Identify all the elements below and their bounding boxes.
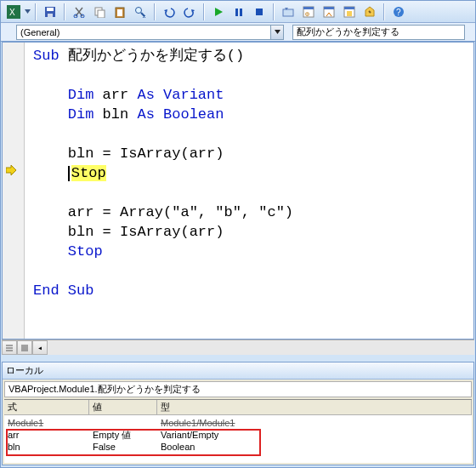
full-module-view-button[interactable] bbox=[17, 340, 32, 355]
dropdown-icon[interactable] bbox=[25, 9, 31, 14]
svg-rect-10 bbox=[117, 9, 122, 16]
scrollbar-horizontal[interactable] bbox=[48, 340, 474, 355]
svg-rect-21 bbox=[324, 7, 334, 9]
svg-text:⚙: ⚙ bbox=[305, 10, 309, 18]
locals-context: VBAProject.Module1.配列かどうかを判定する bbox=[4, 381, 472, 397]
properties-button[interactable] bbox=[320, 3, 338, 21]
code-dropdown-bar: (General) 配列かどうかを判定する bbox=[1, 23, 475, 42]
locals-table-header: 式 値 型 bbox=[4, 400, 472, 415]
svg-rect-3 bbox=[47, 8, 54, 11]
header-expr: 式 bbox=[4, 400, 89, 414]
execution-arrow-icon bbox=[6, 165, 16, 175]
svg-rect-8 bbox=[98, 10, 105, 18]
undo-button[interactable] bbox=[160, 3, 178, 21]
header-val: 値 bbox=[89, 400, 157, 414]
break-button[interactable] bbox=[230, 3, 248, 21]
svg-rect-4 bbox=[48, 14, 53, 17]
find-button[interactable] bbox=[131, 3, 150, 21]
locals-title: ローカル bbox=[3, 362, 473, 380]
code-gutter[interactable] bbox=[3, 43, 25, 339]
code-editor[interactable]: Sub 配列かどうかを判定する() Dim arr As Variant Dim… bbox=[25, 43, 473, 339]
project-explorer-button[interactable]: ⚙ bbox=[299, 3, 318, 21]
locals-table: 式 値 型 Module1 Module1/Module1 arr Empty … bbox=[4, 399, 472, 463]
locals-row[interactable]: arr Empty 値 Variant/Empty bbox=[4, 429, 472, 441]
svg-rect-24 bbox=[347, 11, 352, 16]
header-type: 型 bbox=[157, 400, 472, 414]
switch-to-excel-button[interactable]: X bbox=[4, 3, 23, 21]
save-button[interactable] bbox=[41, 3, 60, 21]
code-pane: Sub 配列かどうかを判定する() Dim arr As Variant Dim… bbox=[2, 42, 474, 340]
copy-button[interactable] bbox=[90, 3, 109, 21]
chevron-down-icon bbox=[270, 26, 283, 39]
reset-button[interactable] bbox=[250, 3, 269, 21]
svg-rect-23 bbox=[344, 7, 354, 9]
locals-row[interactable]: Module1 Module1/Module1 bbox=[4, 417, 472, 429]
svg-text:X: X bbox=[9, 8, 15, 17]
svg-line-25 bbox=[369, 11, 371, 13]
object-dropdown-label: (General) bbox=[17, 27, 270, 37]
procedure-dropdown[interactable]: 配列かどうかを判定する bbox=[292, 25, 465, 40]
toolbar: X ⚙ ? bbox=[1, 1, 475, 23]
locals-row[interactable]: bln False Boolean bbox=[4, 441, 472, 453]
object-browser-button[interactable] bbox=[340, 3, 359, 21]
help-button[interactable]: ? bbox=[389, 3, 408, 21]
design-mode-button[interactable] bbox=[279, 3, 298, 21]
redo-button[interactable] bbox=[180, 3, 199, 21]
paste-button[interactable] bbox=[110, 3, 129, 21]
svg-point-11 bbox=[136, 7, 142, 13]
svg-rect-16 bbox=[283, 9, 293, 16]
cut-button[interactable] bbox=[70, 3, 88, 21]
object-dropdown[interactable]: (General) bbox=[16, 25, 284, 40]
code-view-strip: ◂ bbox=[2, 340, 474, 355]
svg-text:?: ? bbox=[396, 8, 401, 17]
procedure-dropdown-label: 配列かどうかを判定する bbox=[293, 26, 464, 38]
run-button[interactable] bbox=[209, 3, 228, 21]
svg-rect-18 bbox=[303, 7, 314, 9]
svg-rect-15 bbox=[256, 9, 263, 15]
procedure-view-button[interactable] bbox=[2, 340, 17, 355]
locals-table-body: Module1 Module1/Module1 arr Empty 値 Vari… bbox=[4, 415, 472, 454]
svg-rect-14 bbox=[240, 9, 242, 16]
locals-window: ローカル VBAProject.Module1.配列かどうかを判定する 式 値 … bbox=[2, 362, 474, 465]
svg-rect-13 bbox=[235, 9, 238, 16]
toolbox-button[interactable] bbox=[360, 3, 379, 21]
scroll-left-button[interactable]: ◂ bbox=[32, 340, 48, 355]
